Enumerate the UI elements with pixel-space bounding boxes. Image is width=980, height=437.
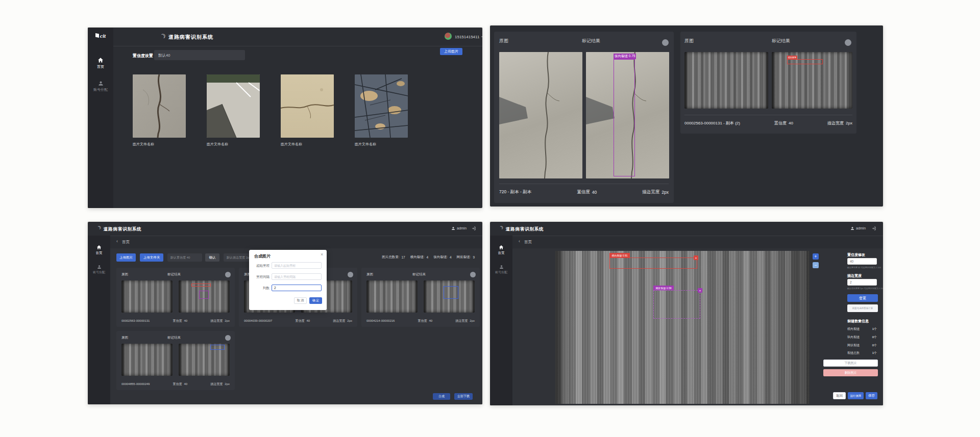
run-calculation-button[interactable]: 运行测算 (848, 392, 864, 399)
default-confidence-input[interactable]: 默认置信度 40 (167, 253, 202, 262)
back-icon[interactable]: ‹ (116, 239, 118, 244)
modal-cancel-button[interactable]: 取 消 (294, 297, 307, 304)
road-photo-alligator[interactable] (355, 74, 408, 138)
card-meta-row: 720 - 副本 - 副本 置信度40 描边宽度2px (499, 187, 669, 198)
sidebar-item-home[interactable]: 首页 (88, 245, 110, 255)
avatar[interactable] (445, 33, 452, 40)
original-image[interactable] (121, 344, 173, 376)
sidebar-item-label: 首页 (96, 251, 103, 255)
annotation-canvas-image[interactable]: 横向裂缝 0.91 × 网状裂缝 0.58 × (555, 251, 810, 404)
select-radio[interactable] (470, 272, 476, 277)
recalculate-button[interactable]: 刷新勾选的图像计算 (847, 304, 878, 312)
original-image[interactable] (121, 280, 173, 313)
compose-button[interactable]: 合成 (433, 393, 450, 400)
field-label-columns: 列数 (251, 286, 270, 291)
select-radio[interactable] (348, 272, 353, 277)
card-meta-row: 00002563-00000131 置信度40 描边宽度2px (121, 318, 230, 324)
select-radio[interactable] (225, 335, 231, 341)
card-meta-row: 00002563-00000131 - 副本 (2) 置信度40 描边宽度2px (684, 117, 852, 128)
bbox-crack[interactable] (210, 345, 225, 350)
bbox-transverse-crack[interactable] (787, 59, 823, 64)
marked-image[interactable] (179, 280, 230, 313)
marked-image[interactable] (424, 280, 475, 313)
sidebar-item-home[interactable]: 首页 (88, 57, 113, 69)
back-button[interactable]: 返回 (833, 392, 846, 399)
modal-ok-button[interactable]: 确 定 (309, 297, 322, 304)
sidebar-item-account[interactable]: 账号分配 (490, 265, 512, 275)
logout-icon[interactable] (472, 226, 476, 230)
logout-icon[interactable] (872, 226, 876, 230)
original-label: 原图 (121, 272, 128, 277)
list-card: 原图 标记结果 00002563-00000131 置信度40 描边宽度2px (116, 268, 235, 327)
user-name: admin (856, 226, 866, 230)
logout-icon[interactable] (481, 34, 482, 39)
bbox-transverse-crack[interactable] (609, 258, 697, 269)
delete-image-button[interactable]: 删除图片 (823, 369, 878, 376)
start-mileage-input[interactable] (272, 262, 322, 269)
confidence-input[interactable] (847, 258, 877, 265)
bbox-mesh-crack[interactable] (444, 286, 458, 299)
select-radio[interactable] (225, 272, 231, 277)
bbox-mesh-crack[interactable] (653, 290, 700, 319)
logo-flag-icon (95, 33, 99, 38)
photo-graphic (355, 74, 408, 138)
photo-graphic (281, 74, 334, 138)
road-photo-patch[interactable] (207, 74, 260, 138)
sidebar-item-account[interactable]: 账号分配 (88, 81, 113, 92)
marked-image[interactable]: 纵向裂缝 0.75 (586, 52, 669, 178)
confidence-value: 40 (592, 190, 597, 195)
marked-image[interactable] (179, 344, 230, 376)
marked-image[interactable]: 横向裂缝 (772, 52, 852, 109)
apply-change-button[interactable]: 变更 (847, 294, 878, 302)
download-all-button[interactable]: 全部下载 (454, 393, 473, 400)
road-photo-crack[interactable] (133, 74, 186, 138)
sidebar-item-label: 首页 (97, 64, 104, 69)
upload-folder-button[interactable]: 上传文件夹 (140, 253, 163, 262)
road-photo-concrete[interactable] (281, 74, 334, 138)
stroke-input[interactable] (847, 279, 877, 286)
zoom-in-button[interactable]: + (813, 253, 819, 260)
delete-bbox-icon[interactable]: × (694, 255, 698, 260)
close-icon[interactable]: × (321, 252, 323, 257)
back-icon[interactable]: ‹ (519, 239, 520, 244)
upload-image-button[interactable]: 上传图片 (116, 253, 136, 262)
select-radio[interactable] (845, 39, 851, 46)
save-button[interactable]: 保存 (866, 392, 877, 399)
image-name: 720 - 副本 - 副本 (499, 189, 531, 195)
upload-image-button[interactable]: 上传图片 (440, 48, 462, 55)
confidence-input[interactable] (154, 50, 245, 60)
marked-label: 标记结果 (167, 336, 181, 340)
photo-caption: 图片文件名称 (355, 142, 376, 147)
confirm-button[interactable]: 确认 (205, 253, 219, 262)
breadcrumb[interactable]: 首页 (524, 240, 532, 245)
sidebar-item-account[interactable]: 账号分配 (88, 265, 110, 275)
page-title: 道路病害识别系统 (506, 226, 544, 233)
columns-input[interactable] (272, 285, 322, 291)
bbox-longitudinal-crack[interactable] (614, 59, 635, 176)
confidence-note: 默认置信度 40 可设置的范围为 1-100 (847, 266, 881, 269)
zoom-out-button[interactable]: − (813, 262, 819, 268)
confidence-value: 40 (789, 121, 793, 125)
confidence-label: 置信度 (774, 120, 787, 126)
stroke-label: 描边宽度 (827, 120, 844, 126)
sidebar-item-home[interactable]: 首页 (490, 245, 512, 255)
stroke-width-label: 描边宽度 (847, 273, 862, 278)
download-image-button[interactable]: 下载图片 (823, 359, 878, 367)
crack-counts-title: 裂缝数量信息 (847, 319, 869, 324)
original-image[interactable] (499, 52, 582, 178)
header-bar: ☽ 道路病害识别系统 admin (490, 222, 883, 236)
count-row-total: 裂缝总数1个 (847, 351, 877, 355)
detection-tag-transverse: 横向裂缝 0.91 (609, 253, 630, 258)
bbox-transverse-crack[interactable] (191, 284, 211, 287)
breadcrumb[interactable]: 首页 (122, 240, 130, 245)
confidence-label: 置信度 (577, 189, 590, 195)
delete-bbox-icon[interactable]: × (698, 288, 702, 293)
original-image[interactable] (366, 280, 418, 313)
select-radio[interactable] (662, 39, 669, 46)
bbox-mesh-crack[interactable] (199, 291, 209, 299)
mileage-interval-input[interactable] (272, 273, 322, 280)
list-card: 原图 标记结果 00004855-00000249 置信度40 描边宽度2px (116, 331, 235, 390)
card-meta-row: 00004214-00000216 置信度40 描边宽度2px (366, 318, 475, 324)
image-id: 00004039-00000207 (244, 319, 272, 322)
original-image[interactable] (684, 52, 768, 109)
